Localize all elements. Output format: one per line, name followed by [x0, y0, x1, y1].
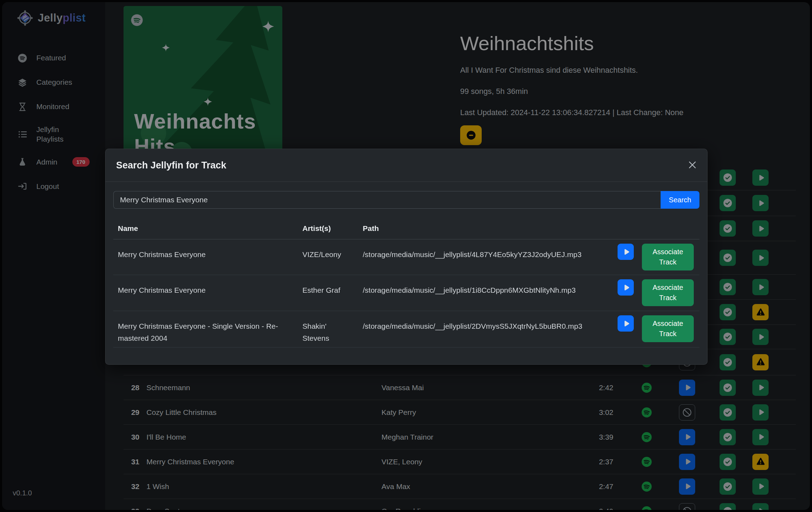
track-search-input[interactable] [113, 191, 661, 209]
play-icon [622, 320, 630, 327]
result-path: /storage/media/music/__jellyplist/1i8CcD… [363, 284, 613, 296]
modal-title: Search Jellyfin for Track [116, 160, 226, 171]
search-result-row: Merry Christmas EveryoneEsther Graf/stor… [113, 275, 699, 311]
play-result-button[interactable] [618, 244, 634, 260]
result-artist: VIZE/Leony [302, 249, 345, 261]
column-header-name: Name [118, 224, 138, 233]
result-name: Merry Christmas Everyone [118, 284, 287, 296]
search-results-table: Name Artist(s) Path Merry Christmas Ever… [113, 219, 699, 347]
play-icon [622, 284, 630, 291]
results-header-row: Name Artist(s) Path [113, 219, 699, 239]
play-result-button[interactable] [618, 315, 634, 332]
associate-track-button[interactable]: Associate Track [642, 244, 694, 270]
search-button[interactable]: Search [661, 191, 699, 209]
associate-track-button[interactable]: Associate Track [642, 315, 694, 342]
result-artist: Shakin' Stevens [302, 320, 345, 344]
result-name: Merry Christmas Everyone [118, 249, 287, 261]
modal-close-button[interactable] [687, 160, 698, 171]
search-jellyfin-modal: Search Jellyfin for Track Search Name Ar… [105, 149, 708, 365]
play-result-button[interactable] [618, 279, 634, 296]
column-header-path: Path [363, 224, 379, 233]
modal-body: Search Name Artist(s) Path Merry Christm… [106, 182, 707, 347]
play-icon [622, 248, 630, 256]
modal-header: Search Jellyfin for Track [106, 149, 707, 182]
close-icon [687, 160, 697, 170]
column-header-artist: Artist(s) [302, 224, 331, 233]
associate-track-button[interactable]: Associate Track [642, 279, 694, 306]
search-result-row: Merry Christmas EveryoneVIZE/Leony/stora… [113, 239, 699, 275]
result-artist: Esther Graf [302, 284, 345, 296]
result-name: Merry Christmas Everyone - Single Versio… [118, 320, 287, 344]
result-path: /storage/media/music/__jellyplist/2DVmys… [363, 320, 613, 332]
result-path: /storage/media/music/__jellyplist/4L87Y4… [363, 249, 613, 261]
search-result-row: Merry Christmas Everyone - Single Versio… [113, 311, 699, 347]
